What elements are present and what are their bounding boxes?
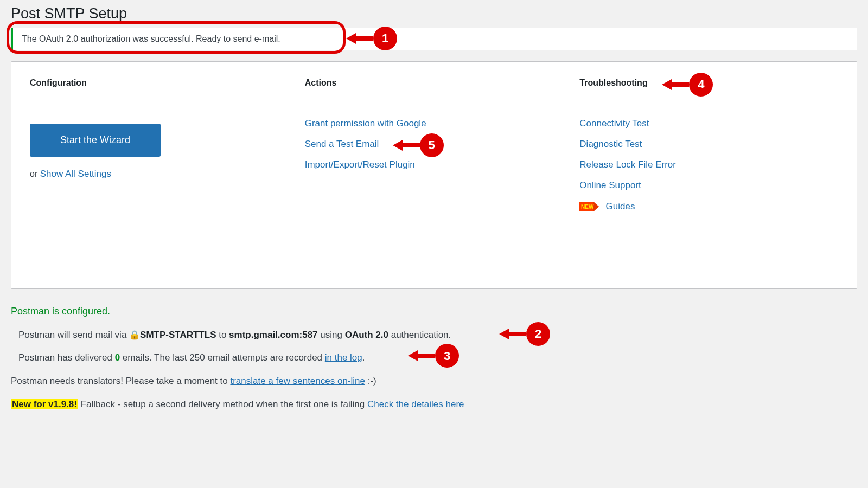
action-send-test-email[interactable]: Send a Test Email <box>305 139 379 149</box>
svg-marker-13 <box>408 350 418 361</box>
new-version-badge: New for v1.9.8! <box>11 399 78 409</box>
status-host: smtp.gmail.com:587 <box>229 330 317 340</box>
callout-badge: 5 <box>420 133 444 157</box>
troubleshooting-link-list: Connectivity Test Diagnostic Test Releas… <box>579 118 838 214</box>
page-wrap: Post SMTP Setup The OAuth 2.0 authorizat… <box>0 0 868 431</box>
fallback-text: Fallback - setup a second delivery metho… <box>78 399 367 409</box>
svg-marker-8 <box>593 202 599 211</box>
or-text: or <box>30 169 40 178</box>
status-line-2: Postman has delivered 0 emails. The last… <box>18 350 857 366</box>
status-line2-suffix: . <box>362 352 365 363</box>
status-block: Postman is configured. Postman will send… <box>11 303 857 413</box>
arrow-left-icon <box>408 344 436 368</box>
action-grant-permission[interactable]: Grant permission with Google <box>305 118 426 129</box>
callout-badge: 4 <box>689 73 713 97</box>
notice-text: The OAuth 2.0 authorization was successf… <box>22 34 280 43</box>
configuration-title: Configuration <box>30 78 87 88</box>
ts-diagnostic-test[interactable]: Diagnostic Test <box>579 139 642 149</box>
callout-2: 2 <box>499 322 550 346</box>
delivered-count: 0 <box>115 352 120 363</box>
status-heading: Postman is configured. <box>11 303 857 320</box>
page-title: Post SMTP Setup <box>11 5 857 22</box>
lock-icon: 🔒 <box>129 330 140 339</box>
translate-link[interactable]: translate a few sentences on-line <box>230 376 365 386</box>
status-line2-mid: emails. The last 250 email attempts are … <box>120 352 325 363</box>
arrow-left-icon <box>662 73 690 97</box>
col-configuration: Configuration Start the Wizard or Show A… <box>30 78 289 267</box>
arrow-left-icon <box>393 133 421 157</box>
main-panel: Configuration Start the Wizard or Show A… <box>11 61 857 289</box>
status-line1-mid2: using <box>318 330 345 340</box>
status-line2-prefix: Postman has delivered <box>18 352 115 363</box>
success-notice: The OAuth 2.0 authorization was successf… <box>11 28 857 50</box>
status-line1-suffix: authentication. <box>388 330 451 340</box>
actions-link-list: Grant permission with Google Send a Test… <box>305 118 564 170</box>
callout-4: 4 <box>662 73 713 97</box>
or-row: or Show All Settings <box>30 169 289 179</box>
fallback-line: New for v1.9.8! Fallback - setup a secon… <box>11 397 857 413</box>
svg-marker-11 <box>499 329 509 339</box>
col-troubleshooting: Troubleshooting 4 Connectivity Test Diag… <box>579 78 838 267</box>
svg-text:NEW: NEW <box>581 204 594 210</box>
show-all-settings-link[interactable]: Show All Settings <box>40 169 111 179</box>
svg-marker-5 <box>662 79 672 90</box>
troubleshooting-title: Troubleshooting <box>579 78 647 88</box>
ts-guides[interactable]: Guides <box>606 201 635 211</box>
status-auth: OAuth 2.0 <box>345 330 388 340</box>
callout-badge: 2 <box>526 322 550 346</box>
callout-3: 3 <box>408 344 459 368</box>
start-wizard-button[interactable]: Start the Wizard <box>30 124 161 157</box>
ts-connectivity-test[interactable]: Connectivity Test <box>579 118 649 129</box>
translate-suffix: :-) <box>365 376 376 386</box>
in-the-log-link[interactable]: in the log <box>325 352 362 363</box>
new-badge-icon: NEW <box>579 201 599 214</box>
actions-title: Actions <box>305 78 337 88</box>
status-line1-prefix: Postman will send mail via <box>18 330 129 340</box>
ts-online-support[interactable]: Online Support <box>579 180 641 190</box>
status-protocol: SMTP-STARTTLS <box>140 330 216 340</box>
fallback-details-link[interactable]: Check the detailes here <box>367 399 464 409</box>
status-line1-mid1: to <box>216 330 229 340</box>
callout-badge: 3 <box>435 344 459 368</box>
notice-row: The OAuth 2.0 authorization was successf… <box>11 28 857 50</box>
arrow-left-icon <box>499 322 527 346</box>
translate-prefix: Postman needs translators! Please take a… <box>11 376 230 386</box>
status-line-1: Postman will send mail via 🔒SMTP-STARTTL… <box>18 328 857 343</box>
callout-5: 5 <box>393 133 444 157</box>
svg-marker-3 <box>393 140 403 151</box>
ts-release-lock[interactable]: Release Lock File Error <box>579 159 676 170</box>
action-import-export-reset[interactable]: Import/Export/Reset Plugin <box>305 159 415 170</box>
col-actions: Actions Grant permission with Google Sen… <box>305 78 564 267</box>
translate-line: Postman needs translators! Please take a… <box>11 374 857 389</box>
